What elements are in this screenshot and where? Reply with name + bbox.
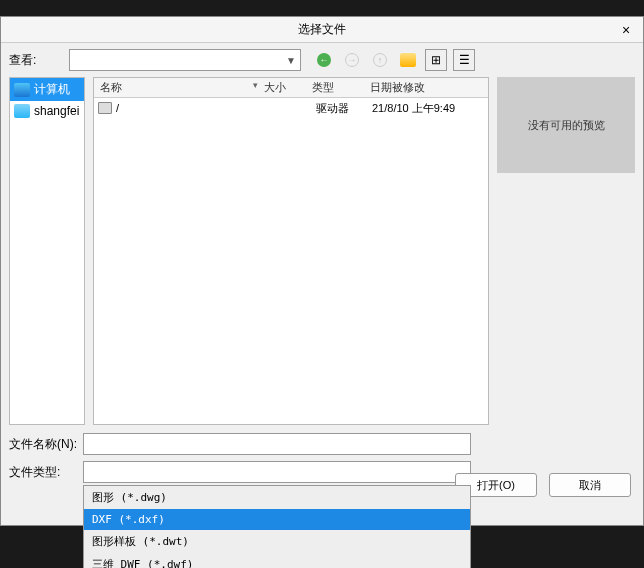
sidebar-item-label: shangfei	[34, 104, 79, 118]
filetype-select[interactable]	[83, 461, 471, 483]
file-dialog: 选择文件 × 查看: ▼ ← → ↑ ⊞ ☰ 计算机 shangfei	[0, 16, 644, 526]
row-date: 21/8/10 上午9:49	[372, 101, 488, 116]
grid-icon: ⊞	[431, 53, 441, 67]
filename-row: 文件名称(N):	[9, 433, 635, 455]
filetype-option[interactable]: 三维 DWF (*.dwf)	[84, 553, 470, 568]
list-view-button[interactable]: ☰	[453, 49, 475, 71]
close-icon[interactable]: ×	[617, 21, 635, 39]
sidebar: 计算机 shangfei	[9, 77, 85, 425]
col-size[interactable]: 大小	[264, 80, 312, 95]
filetype-option[interactable]: DXF (*.dxf)	[84, 509, 470, 530]
main-area: 计算机 shangfei 名称 大小 类型 日期被修改 / 驱动器 21/	[1, 77, 643, 425]
filetype-dropdown: 图形 (*.dwg) DXF (*.dxf) 图形样板 (*.dwt) 三维 D…	[83, 485, 471, 568]
cancel-button[interactable]: 取消	[549, 473, 631, 497]
preview-pane: 没有可用的预览	[497, 77, 635, 173]
filetype-label: 文件类型:	[9, 464, 83, 481]
icon-view-button[interactable]: ⊞	[425, 49, 447, 71]
lookin-row: 查看: ▼ ← → ↑ ⊞ ☰	[1, 43, 643, 77]
sidebar-item-label: 计算机	[34, 81, 70, 98]
titlebar: 选择文件 ×	[1, 17, 643, 43]
chevron-down-icon: ▼	[286, 55, 296, 66]
forward-icon: →	[345, 53, 359, 67]
filename-input[interactable]	[83, 433, 471, 455]
button-row: 打开(O) 取消	[455, 473, 631, 497]
toolbar: ← → ↑ ⊞ ☰	[313, 49, 475, 71]
new-folder-icon	[400, 53, 416, 67]
row-name: /	[116, 102, 119, 114]
sidebar-item-computer[interactable]: 计算机	[10, 78, 84, 101]
list-icon: ☰	[459, 53, 470, 67]
filetype-option[interactable]: 图形 (*.dwg)	[84, 486, 470, 509]
filename-label: 文件名称(N):	[9, 436, 83, 453]
col-type[interactable]: 类型	[312, 80, 368, 95]
row-type: 驱动器	[316, 101, 372, 116]
table-row[interactable]: / 驱动器 21/8/10 上午9:49	[94, 98, 488, 118]
folder-icon	[14, 104, 30, 118]
computer-icon	[14, 83, 30, 97]
back-button[interactable]: ←	[313, 49, 335, 71]
preview-text: 没有可用的预览	[528, 118, 605, 133]
up-icon: ↑	[373, 53, 387, 67]
col-date[interactable]: 日期被修改	[368, 80, 488, 95]
col-name[interactable]: 名称	[94, 80, 264, 95]
path-dropdown[interactable]: ▼	[69, 49, 301, 71]
filetype-option[interactable]: 图形样板 (*.dwt)	[84, 530, 470, 553]
sidebar-item-user[interactable]: shangfei	[10, 101, 84, 121]
lookin-label: 查看:	[9, 52, 63, 69]
back-icon: ←	[317, 53, 331, 67]
list-header: 名称 大小 类型 日期被修改	[94, 78, 488, 98]
file-list: 名称 大小 类型 日期被修改 / 驱动器 21/8/10 上午9:49	[93, 77, 489, 425]
dialog-title: 选择文件	[298, 21, 346, 38]
new-folder-button[interactable]	[397, 49, 419, 71]
file-area: 名称 大小 类型 日期被修改 / 驱动器 21/8/10 上午9:49 没有可用…	[85, 77, 635, 425]
up-button[interactable]: ↑	[369, 49, 391, 71]
forward-button[interactable]: →	[341, 49, 363, 71]
drive-icon	[98, 102, 112, 114]
